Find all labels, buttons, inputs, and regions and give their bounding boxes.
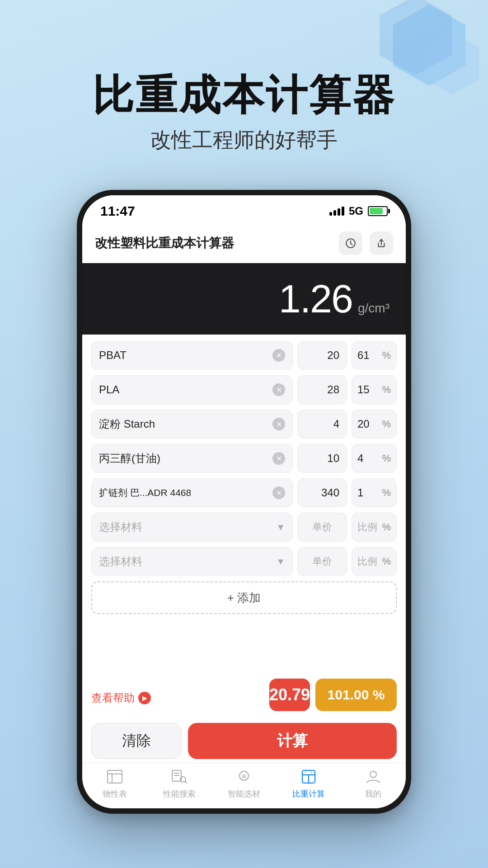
dropdown-row-1: 选择材料 ▼ 单价 比例 % <box>91 513 397 542</box>
svg-text:AI: AI <box>242 774 246 779</box>
user-icon <box>362 768 384 786</box>
material-ratio-pbat[interactable]: 61 % <box>352 341 397 370</box>
clear-glycerol-button[interactable]: ✕ <box>272 452 285 465</box>
result-unit: g/cm³ <box>358 301 389 316</box>
material-name-starch[interactable]: 淀粉 Starch ✕ <box>91 410 293 439</box>
app-header: 改性塑料比重成本计算器 <box>82 223 406 263</box>
clear-pla-button[interactable]: ✕ <box>272 383 285 396</box>
share-icon <box>375 237 387 249</box>
material-name-label: 淀粉 Starch <box>99 417 155 431</box>
price-placeholder-2[interactable]: 单价 <box>297 547 347 576</box>
tab-label-ai: 智能选材 <box>228 788 260 799</box>
svg-text:÷: ÷ <box>305 771 306 774</box>
sub-title: 改性工程师的好帮手 <box>0 126 488 154</box>
play-icon: ▶ <box>138 692 151 704</box>
price-placeholder-1[interactable]: 单价 <box>297 513 347 542</box>
svg-line-12 <box>185 781 187 783</box>
ratio-hint: 比例 <box>357 520 377 534</box>
tab-label-calculator: 比重计算 <box>292 788 325 799</box>
material-dropdown-2[interactable]: 选择材料 ▼ <box>91 547 293 576</box>
material-name-label: PBAT <box>99 349 127 362</box>
ratio-pct: % <box>382 418 391 430</box>
material-price-chainext[interactable]: 340 <box>297 478 347 507</box>
tab-label-properties: 物性表 <box>103 788 127 799</box>
material-name-pla[interactable]: PLA ✕ <box>91 375 293 404</box>
material-ratio-starch[interactable]: 20 % <box>352 410 397 439</box>
price-value: 4 <box>333 418 339 430</box>
phone-mockup: 11:47 5G 改性塑料比重成本计算器 <box>77 190 411 814</box>
history-icon <box>345 237 357 249</box>
ratio-result-display: 101.00 % <box>315 679 397 711</box>
clear-starch-button[interactable]: ✕ <box>272 418 285 430</box>
svg-point-20 <box>370 771 376 778</box>
history-button[interactable] <box>339 231 362 255</box>
ratio-placeholder-2[interactable]: 比例 % <box>352 547 397 576</box>
status-icons: 5G <box>329 205 388 217</box>
tab-item-calculator[interactable]: ÷ × 比重计算 <box>277 768 341 799</box>
dropdown-placeholder: 选择材料 <box>99 520 142 534</box>
share-button[interactable] <box>370 231 393 255</box>
dropdown-row-2: 选择材料 ▼ 单价 比例 % <box>91 547 397 576</box>
header-buttons <box>339 231 393 255</box>
add-material-button[interactable]: + 添加 <box>91 581 397 614</box>
material-price-glycerol[interactable]: 10 <box>297 444 347 473</box>
add-button-label: + 添加 <box>227 590 261 606</box>
calc-icon: ÷ × <box>298 768 319 786</box>
material-price-pla[interactable]: 28 <box>297 375 347 404</box>
tab-label-profile: 我的 <box>365 788 381 799</box>
result-value: 1.26 <box>279 276 352 322</box>
material-price-starch[interactable]: 4 <box>297 410 347 439</box>
result-boxes: 20.79 101.00 % <box>269 679 397 711</box>
material-ratio-pla[interactable]: 15 % <box>352 375 397 404</box>
material-name-label: 扩链剂 巴...ADR 4468 <box>99 486 191 499</box>
cost-value: 20.79 <box>269 685 310 704</box>
action-row: 清除 计算 <box>91 723 397 759</box>
price-value: 28 <box>327 383 339 396</box>
bottom-area: 查看帮助 ▶ 20.79 101.00 % 清除 <box>82 674 406 763</box>
dropdown-placeholder: 选择材料 <box>99 554 142 569</box>
ai-icon: AI <box>233 768 255 786</box>
help-link[interactable]: 查看帮助 ▶ <box>91 691 151 705</box>
tab-item-ai[interactable]: AI 智能选材 <box>211 768 276 799</box>
clear-chainext-button[interactable]: ✕ <box>272 486 285 499</box>
ratio-value: 1 <box>357 486 363 499</box>
network-label: 5G <box>349 205 363 217</box>
price-value: 10 <box>327 452 339 465</box>
price-hint: 单价 <box>312 555 332 568</box>
search-icon <box>169 768 190 786</box>
material-name-label: PLA <box>99 383 119 396</box>
price-hint: 单价 <box>312 520 332 534</box>
help-label: 查看帮助 <box>91 691 135 705</box>
material-row: PLA ✕ 28 15 % <box>91 375 397 404</box>
tab-item-properties[interactable]: 物性表 <box>82 768 147 799</box>
material-price-pbat[interactable]: 20 <box>297 341 347 370</box>
status-time: 11:47 <box>100 203 135 219</box>
status-bar: 11:47 5G <box>82 195 406 223</box>
tab-item-search[interactable]: 性能搜索 <box>147 768 211 799</box>
material-row: 淀粉 Starch ✕ 4 20 % <box>91 410 397 439</box>
calculate-button[interactable]: 计算 <box>188 723 397 759</box>
help-row: 查看帮助 ▶ 20.79 101.00 % <box>91 679 397 717</box>
calc-label: 计算 <box>277 731 308 751</box>
material-dropdown-1[interactable]: 选择材料 ▼ <box>91 513 293 542</box>
material-row: 扩链剂 巴...ADR 4468 ✕ 340 1 % <box>91 478 397 507</box>
hero-section: 比重成本计算器 改性工程师的好帮手 <box>0 72 488 154</box>
tab-label-search: 性能搜索 <box>163 788 196 799</box>
clear-button[interactable]: 清除 <box>91 723 182 759</box>
price-value: 20 <box>327 349 339 362</box>
material-name-glycerol[interactable]: 丙三醇(甘油) ✕ <box>91 444 293 473</box>
ratio-placeholder-1[interactable]: 比例 % <box>352 513 397 542</box>
material-row: PBAT ✕ 20 61 % <box>91 341 397 370</box>
clear-label: 清除 <box>122 731 151 751</box>
ratio-value: 15 <box>357 383 370 396</box>
clear-pbat-button[interactable]: ✕ <box>272 349 285 362</box>
material-name-chainext[interactable]: 扩链剂 巴...ADR 4468 ✕ <box>91 478 293 507</box>
ratio-pct: % <box>382 384 391 396</box>
ratio-hint: 比例 <box>357 555 377 568</box>
tab-item-profile[interactable]: 我的 <box>341 768 406 799</box>
material-ratio-glycerol[interactable]: 4 % <box>352 444 397 473</box>
material-name-pbat[interactable]: PBAT ✕ <box>91 341 293 370</box>
material-ratio-chainext[interactable]: 1 % <box>352 478 397 507</box>
svg-rect-5 <box>108 770 122 783</box>
material-name-label: 丙三醇(甘油) <box>99 451 160 466</box>
